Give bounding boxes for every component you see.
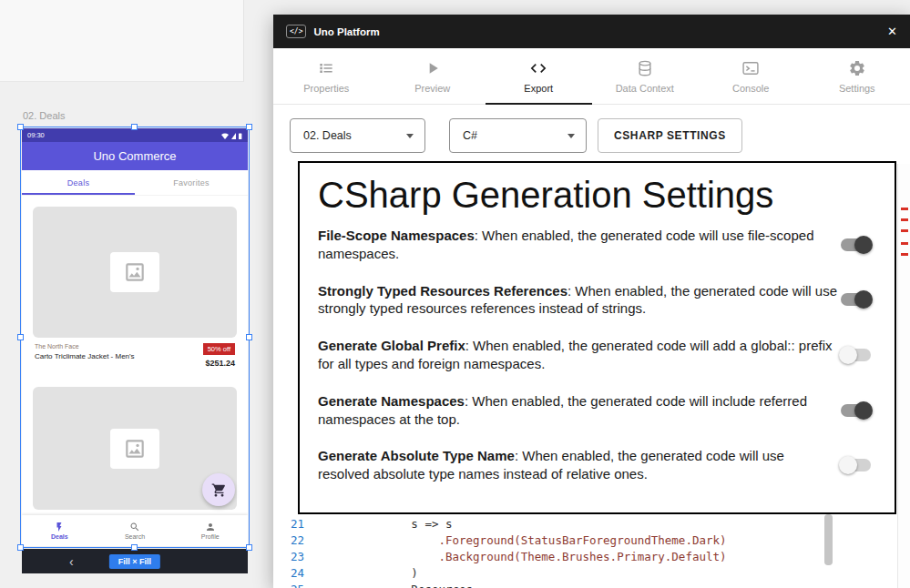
toggle-generate-global-prefix[interactable]: [839, 346, 873, 364]
nav-item-profile[interactable]: Profile: [172, 515, 248, 546]
selection-handle-top-left[interactable]: [17, 124, 24, 130]
image-placeholder: [110, 429, 159, 469]
page-label: 02. Deals: [23, 110, 65, 121]
error-mark: [901, 242, 908, 245]
page-select[interactable]: 02. Deals: [290, 118, 425, 153]
csharp-settings-modal: CSharp Generation Settings File-Scope Na…: [298, 161, 896, 514]
setting-description: Generate Absolute Type Name: When enable…: [318, 447, 839, 483]
cart-fab[interactable]: [202, 473, 235, 506]
line-number: 23: [273, 550, 315, 563]
setting-row-file-scope-namespaces: File-Scope Namespaces: When enabled, the…: [318, 227, 876, 263]
chevron-left-icon[interactable]: ‹: [69, 555, 74, 568]
setting-description: Generate Namespaces: When enabled, the g…: [318, 392, 839, 429]
line-number: 24: [273, 566, 315, 580]
app-title: Uno Commerce: [93, 149, 176, 163]
selection-handle-bottom-middle[interactable]: [131, 544, 138, 551]
error-mark: [901, 218, 908, 221]
selection-handle-top-right[interactable]: [246, 124, 252, 130]
tab-console[interactable]: Console: [698, 48, 804, 104]
code-icon: [529, 59, 547, 77]
tab-preview[interactable]: Preview: [380, 48, 486, 104]
image-placeholder-icon: [121, 437, 148, 461]
phone-tab-label: Deals: [67, 178, 90, 188]
setting-row-strongly-typed-resources: Strongly Typed Resources References: Whe…: [318, 282, 876, 319]
list-icon: [317, 59, 335, 77]
tab-export[interactable]: Export: [486, 48, 592, 104]
tab-label: Settings: [839, 83, 875, 94]
toggle-thumb: [854, 236, 873, 254]
tab-label: Preview: [414, 83, 450, 94]
toggle-generate-absolute-type-name[interactable]: [839, 456, 873, 474]
play-icon: [424, 59, 442, 77]
setting-description: Generate Global Prefix: When enabled, th…: [318, 337, 839, 373]
line-number: 25: [273, 583, 315, 588]
code-text[interactable]: Resources: [315, 583, 473, 588]
editor-overview-ruler[interactable]: [897, 164, 910, 588]
code-text[interactable]: s => s: [315, 517, 453, 531]
code-text[interactable]: .Background(Theme.Brushes.Primary.Defaul…: [315, 550, 727, 563]
code-text[interactable]: .Foreground(StatusBarForegroundTheme.Dar…: [315, 533, 727, 547]
discount-badge: 50% off: [203, 343, 235, 355]
product-price: $251.24: [205, 359, 235, 368]
phone-content: The North Face Carto Triclimate Jacket -…: [22, 196, 248, 546]
tab-label: Export: [524, 83, 553, 94]
toggle-generate-namespaces[interactable]: [839, 401, 873, 420]
page-select-value: 02. Deals: [303, 129, 352, 142]
code-text[interactable]: ): [315, 566, 418, 580]
selection-handle-bottom-left[interactable]: [17, 544, 24, 551]
tab-settings[interactable]: Settings: [804, 48, 910, 104]
phone-preview[interactable]: 09:30 Uno Commerce Deals Favorites: [22, 128, 248, 546]
panel-tab-bar: Properties Preview Export Data Context: [273, 48, 910, 105]
nav-label: Search: [125, 533, 145, 540]
setting-description: File-Scope Namespaces: When enabled, the…: [318, 227, 839, 263]
code-line: 23 .Background(Theme.Brushes.Primary.Def…: [273, 548, 897, 564]
language-select[interactable]: C#: [449, 118, 587, 153]
tab-label: Console: [732, 83, 769, 94]
setting-row-generate-namespaces: Generate Namespaces: When enabled, the g…: [318, 392, 876, 429]
phone-tab-favorites[interactable]: Favorites: [135, 170, 248, 195]
toggle-file-scope-namespaces[interactable]: [839, 236, 873, 254]
code-logo-icon: </>: [286, 25, 306, 38]
setting-row-generate-global-prefix: Generate Global Prefix: When enabled, th…: [318, 337, 876, 373]
tab-properties[interactable]: Properties: [273, 48, 380, 104]
product-price-col: 50% off $251.24: [203, 343, 235, 368]
modal-title: CSharp Generation Settings: [318, 172, 876, 218]
selection-handle-top-middle[interactable]: [131, 124, 138, 130]
nav-item-search[interactable]: Search: [97, 515, 173, 546]
nav-item-deals[interactable]: Deals: [22, 515, 97, 546]
canvas-background-block: [0, 0, 244, 82]
export-toolbar: 02. Deals C# CSHARP SETTINGS: [273, 105, 910, 164]
chevron-down-icon: [567, 134, 575, 138]
gear-icon: [848, 59, 866, 77]
tab-label: Data Context: [616, 83, 674, 94]
csharp-settings-button[interactable]: CSHARP SETTINGS: [598, 118, 742, 153]
selection-handle-middle-right[interactable]: [246, 334, 252, 340]
product-name: Carto Triclimate Jacket - Men's: [35, 352, 135, 360]
phone-tab-row: Deals Favorites: [22, 170, 248, 196]
code-line: 24 ): [273, 564, 897, 581]
close-icon[interactable]: ✕: [887, 25, 897, 38]
toggle-thumb: [854, 290, 873, 309]
code-line: 22 .Foreground(StatusBarForegroundTheme.…: [273, 532, 897, 548]
product-text-col: The North Face Carto Triclimate Jacket -…: [35, 343, 135, 360]
toggle-thumb: [839, 346, 857, 364]
terminal-icon: [741, 59, 760, 77]
app-bar: Uno Commerce: [22, 142, 248, 170]
phone-tab-deals[interactable]: Deals: [22, 170, 135, 195]
product-info-row[interactable]: The North Face Carto Triclimate Jacket -…: [35, 343, 235, 368]
product-card-image[interactable]: [33, 207, 237, 338]
panel-header[interactable]: </> Uno Platform ✕: [273, 15, 910, 48]
nav-label: Profile: [201, 533, 220, 540]
toggle-strongly-typed-resources[interactable]: [839, 290, 873, 309]
image-placeholder-icon: [121, 260, 148, 284]
nav-label: Deals: [51, 533, 68, 540]
tab-data-context[interactable]: Data Context: [592, 48, 699, 104]
setting-description: Strongly Typed Resources References: Whe…: [318, 282, 839, 319]
selection-handle-bottom-right[interactable]: [246, 544, 252, 551]
panel-title: Uno Platform: [313, 26, 379, 37]
selection-handle-middle-left[interactable]: [17, 334, 24, 340]
fill-size-badge[interactable]: Fill × Fill: [109, 554, 160, 569]
toggle-thumb: [854, 401, 873, 420]
editor-vertical-scrollbar[interactable]: [824, 514, 833, 565]
database-icon: [636, 59, 654, 77]
